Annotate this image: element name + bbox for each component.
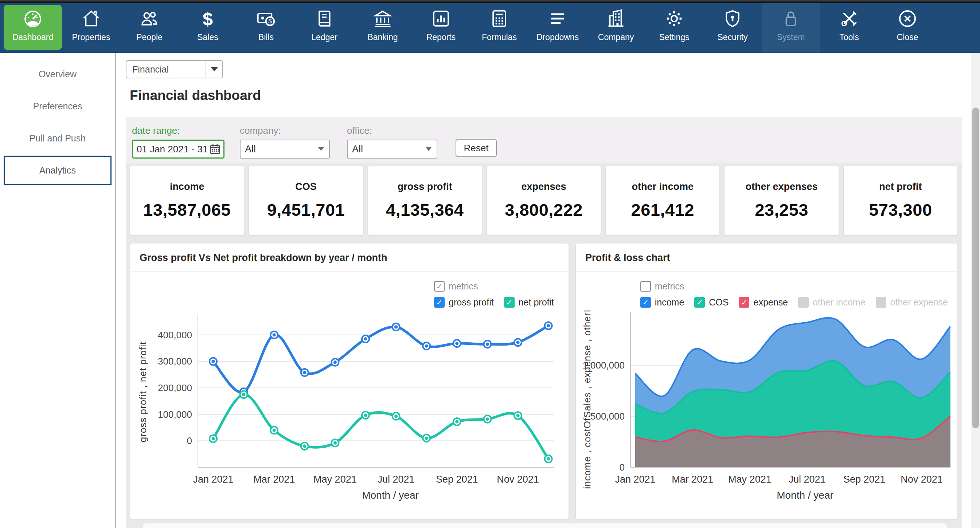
svg-text:Month / year: Month / year	[776, 490, 834, 501]
nav-item-formulas[interactable]: Formulas	[470, 3, 528, 53]
nav-item-label: Close	[897, 32, 918, 42]
kpi-card-net-profit: net profit573,300	[844, 166, 958, 235]
sidebar-item-pull-and-push[interactable]: Pull and Push	[0, 122, 115, 154]
left-chart-legend: ✓metrics✓gross profit✓net profit	[434, 272, 568, 310]
nav-item-ledger[interactable]: Ledger	[295, 3, 353, 53]
kpi-label: other income	[632, 181, 694, 193]
office-select-value: All	[352, 143, 363, 155]
sidebar: OverviewPreferencesPull and PushAnalytic…	[0, 53, 116, 528]
kpi-value: 23,253	[755, 200, 808, 220]
office-select[interactable]: All	[347, 140, 438, 159]
legend-item-other-expense[interactable]: other expense	[876, 297, 948, 308]
profit-loss-panel: Profit & loss chart metrics✓income✓COS✓e…	[576, 244, 958, 519]
legend-item-income[interactable]: ✓income	[640, 297, 684, 308]
date-range-input[interactable]: 01 Jan 2021 - 31	[132, 140, 224, 159]
svg-text:Jan 2021: Jan 2021	[193, 474, 233, 485]
bank-icon	[372, 8, 393, 29]
module-select-value: Financial	[126, 64, 205, 75]
nav-item-label: Dropdowns	[536, 32, 579, 42]
nav-item-label: Banking	[368, 32, 398, 42]
svg-text:0: 0	[187, 435, 192, 446]
right-chart-legend: metrics✓income✓COS✓expenseother incomeot…	[640, 272, 958, 310]
shield-icon	[722, 8, 743, 29]
office-label: office:	[347, 125, 438, 136]
svg-text:500,000: 500,000	[590, 411, 625, 422]
company-select-value: All	[245, 143, 256, 155]
reset-button[interactable]: Reset	[455, 139, 497, 157]
nav-item-company[interactable]: Company	[587, 3, 645, 53]
app-window: DashboardPropertiesPeople$Sales$BillsLed…	[0, 0, 980, 530]
kpi-value: 261,412	[631, 200, 694, 220]
legend-metrics-toggle[interactable]: metrics	[640, 281, 684, 291]
nav-item-people[interactable]: People	[120, 3, 178, 53]
company-label: company:	[240, 125, 330, 136]
module-select[interactable]: Financial	[126, 60, 223, 78]
sidebar-item-preferences[interactable]: Preferences	[0, 90, 115, 122]
nav-item-dropdowns[interactable]: Dropdowns	[528, 3, 587, 53]
report-chart-icon	[430, 8, 452, 29]
checkbox-icon	[640, 281, 651, 291]
company-select[interactable]: All	[240, 140, 330, 159]
nav-item-bills[interactable]: $Bills	[237, 3, 295, 53]
dollar-icon: $	[197, 8, 218, 29]
sidebar-item-overview[interactable]: Overview	[0, 58, 115, 90]
legend-item-COS[interactable]: ✓COS	[694, 297, 729, 308]
legend-metrics-toggle[interactable]: ✓metrics	[434, 281, 478, 291]
svg-text:$: $	[203, 8, 213, 29]
svg-text:0: 0	[620, 462, 625, 473]
bills-icon: $	[256, 8, 277, 29]
kpi-value: 13,587,065	[143, 200, 231, 220]
nav-item-banking[interactable]: Banking	[353, 3, 412, 53]
nav-item-label: Settings	[659, 32, 689, 42]
svg-text:Sep 2021: Sep 2021	[843, 474, 886, 485]
kpi-value: 9,451,701	[267, 200, 345, 220]
date-range-label: date range:	[132, 125, 224, 136]
nav-item-label: Company	[598, 32, 634, 42]
nav-item-settings[interactable]: Settings	[645, 3, 703, 53]
svg-text:Nov 2021: Nov 2021	[497, 474, 539, 485]
kpi-label: expenses	[521, 181, 566, 193]
menu-lines-icon	[547, 8, 568, 29]
kpi-card-other-expenses: other expenses23,253	[724, 166, 838, 235]
kpi-label: income	[170, 181, 204, 193]
kpi-card-other-income: other income261,412	[606, 166, 719, 235]
main-content: Financial Financial dashboard date range…	[116, 53, 980, 528]
nav-item-security[interactable]: Security	[703, 3, 762, 53]
nav-item-label: Tools	[839, 32, 859, 42]
svg-text:200,000: 200,000	[158, 382, 192, 393]
sidebar-item-analytics[interactable]: Analytics	[4, 156, 111, 185]
legend-item-other-income[interactable]: other income	[798, 297, 865, 308]
nav-item-tools[interactable]: Tools	[820, 3, 878, 53]
svg-text:Jul 2021: Jul 2021	[789, 474, 826, 485]
svg-text:$: $	[268, 18, 272, 25]
page-title: Financial dashboard	[130, 88, 980, 104]
nav-item-label: Bills	[258, 32, 274, 42]
nav-item-reports[interactable]: Reports	[412, 3, 470, 53]
nav-item-close[interactable]: Close	[878, 3, 937, 53]
nav-item-properties[interactable]: Properties	[62, 3, 120, 53]
kpi-label: other expenses	[746, 181, 818, 193]
nav-item-sales[interactable]: $Sales	[178, 3, 237, 53]
legend-item-expense[interactable]: ✓expense	[739, 297, 788, 308]
nav-item-dashboard[interactable]: Dashboard	[4, 5, 62, 50]
svg-text:Jan 2021: Jan 2021	[615, 474, 655, 485]
scrollbar-thumb[interactable]	[972, 108, 979, 428]
nav-item-label: Formulas	[482, 32, 517, 42]
kpi-card-income: income13,587,065	[130, 166, 244, 235]
legend-item-gross-profit[interactable]: ✓gross profit	[434, 297, 494, 308]
checkbox-icon: ✓	[694, 297, 705, 308]
lock-icon	[780, 8, 802, 29]
dashboard-body: income13,587,065COS9,451,701gross profit…	[126, 163, 962, 528]
checkbox-icon	[876, 297, 886, 308]
chevron-down-icon	[318, 147, 324, 151]
kpi-card-cos: COS9,451,701	[249, 166, 363, 235]
kpi-value: 4,135,364	[386, 200, 464, 220]
main-scrollbar[interactable]	[971, 53, 980, 528]
dashboard-gauge-icon	[22, 8, 43, 29]
kpi-row: income13,587,065COS9,451,701gross profit…	[130, 166, 958, 235]
next-panel-peek	[143, 524, 947, 528]
kpi-card-gross-profit: gross profit4,135,364	[368, 166, 482, 235]
svg-text:Mar 2021: Mar 2021	[253, 474, 295, 485]
nav-item-system[interactable]: System	[762, 3, 820, 53]
legend-item-net-profit[interactable]: ✓net profit	[504, 297, 554, 308]
